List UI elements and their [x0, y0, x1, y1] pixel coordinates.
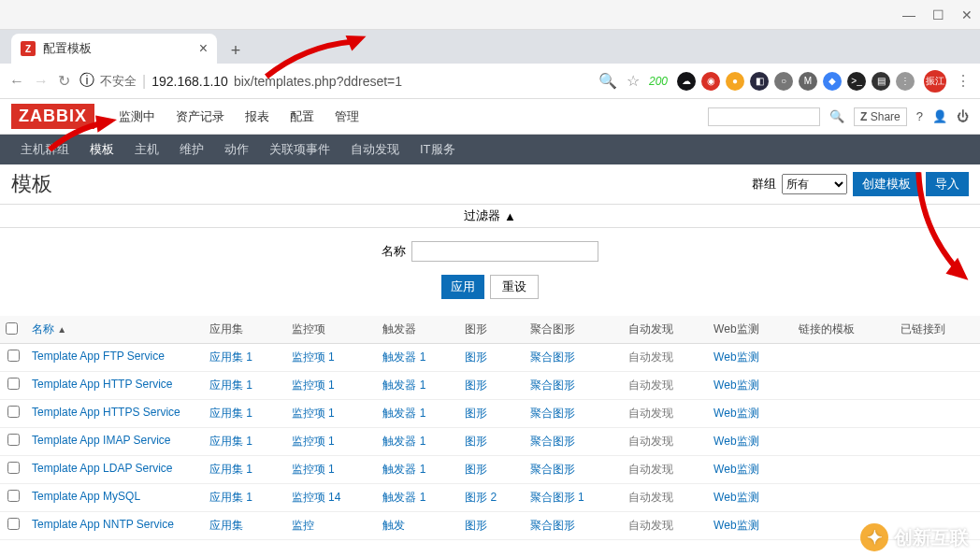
logout-icon[interactable]: ⏻: [957, 109, 969, 123]
sub-menu-item[interactable]: 主机: [125, 141, 168, 158]
header-search-input[interactable]: [708, 107, 820, 126]
top-menu-item[interactable]: 资产记录: [166, 105, 234, 129]
filter-reset-button[interactable]: 重设: [490, 275, 539, 299]
web-link[interactable]: Web监测: [713, 407, 758, 420]
window-minimize-icon[interactable]: —: [902, 7, 915, 22]
zabbix-logo[interactable]: ZABBIX: [11, 104, 94, 129]
url-address[interactable]: ⓘ 不安全 | 192.168.1.10 bix/templates.php?d…: [79, 71, 402, 91]
window-maximize-icon[interactable]: ☐: [932, 7, 944, 22]
apps-link[interactable]: 应用集 1: [209, 378, 252, 392]
sub-menu-item[interactable]: 主机群组: [11, 141, 79, 158]
triggers-link[interactable]: 触发器 1: [382, 463, 425, 476]
apps-link[interactable]: 应用集 1: [209, 463, 252, 476]
row-checkbox[interactable]: [7, 462, 20, 474]
row-checkbox[interactable]: [7, 490, 20, 502]
top-menu-item[interactable]: 监测中: [109, 105, 165, 129]
extension-icon[interactable]: ●: [726, 72, 744, 91]
bookmark-star-icon[interactable]: ☆: [627, 72, 640, 90]
template-name-link[interactable]: Template App HTTP Service: [32, 378, 173, 391]
web-link[interactable]: Web监测: [713, 519, 758, 532]
apps-link[interactable]: 应用集 1: [209, 435, 252, 448]
apps-link[interactable]: 应用集 1: [209, 350, 252, 364]
web-link[interactable]: Web监测: [713, 491, 758, 504]
new-tab-button[interactable]: +: [223, 37, 249, 64]
items-link[interactable]: 监控项 1: [292, 378, 335, 392]
agg-link[interactable]: 聚合图形: [530, 463, 575, 476]
sub-menu-item[interactable]: 自动发现: [341, 141, 409, 158]
agg-link[interactable]: 聚合图形 1: [530, 491, 584, 504]
triggers-link[interactable]: 触发器 1: [382, 350, 425, 364]
help-icon[interactable]: ?: [916, 109, 923, 123]
agg-link[interactable]: 聚合图形: [530, 350, 575, 364]
tab-close-icon[interactable]: ×: [199, 40, 208, 57]
sub-menu-item[interactable]: IT服务: [411, 141, 465, 158]
extension-icon[interactable]: ◆: [823, 72, 842, 91]
row-checkbox[interactable]: [7, 518, 20, 530]
sub-menu-item[interactable]: 维护: [170, 141, 213, 158]
template-name-link[interactable]: Template App LDAP Service: [32, 462, 173, 475]
graphs-link[interactable]: 图形: [465, 519, 487, 532]
web-link[interactable]: Web监测: [713, 378, 758, 392]
nav-back-icon[interactable]: ←: [9, 73, 24, 90]
sub-menu-item[interactable]: 模板: [80, 141, 123, 158]
browser-menu-icon[interactable]: ⋮: [956, 72, 971, 90]
filter-toggle[interactable]: 过滤器 ▲: [0, 204, 980, 228]
extension-icon[interactable]: ◉: [701, 72, 720, 91]
items-link[interactable]: 监控项 1: [292, 350, 335, 364]
agg-link[interactable]: 聚合图形: [530, 519, 575, 532]
web-link[interactable]: Web监测: [713, 435, 758, 448]
items-link[interactable]: 监控项 1: [292, 463, 335, 476]
template-name-link[interactable]: Template App IMAP Service: [32, 434, 171, 447]
sub-menu-item[interactable]: 动作: [215, 141, 258, 158]
apps-link[interactable]: 应用集 1: [209, 491, 252, 504]
create-template-button[interactable]: 创建模板: [853, 172, 920, 196]
select-all-checkbox[interactable]: [6, 322, 18, 335]
extension-icon[interactable]: >_: [847, 72, 866, 91]
template-name-link[interactable]: Template App FTP Service: [32, 350, 165, 363]
extension-icon[interactable]: ◧: [750, 72, 769, 91]
graphs-link[interactable]: 图形: [465, 463, 487, 476]
triggers-link[interactable]: 触发器 1: [382, 378, 425, 392]
apps-link[interactable]: 应用集 1: [209, 407, 252, 420]
web-link[interactable]: Web监测: [713, 463, 758, 476]
top-menu-item[interactable]: 报表: [236, 105, 279, 129]
template-name-link[interactable]: Template App MySQL: [32, 490, 140, 503]
omnibox-search-icon[interactable]: 🔍: [598, 72, 617, 90]
graphs-link[interactable]: 图形: [465, 407, 487, 420]
agg-link[interactable]: 聚合图形: [530, 378, 575, 392]
window-close-icon[interactable]: ✕: [961, 7, 973, 22]
import-button[interactable]: 导入: [926, 172, 969, 196]
web-link[interactable]: Web监测: [713, 350, 758, 364]
triggers-link[interactable]: 触发器 1: [382, 407, 425, 420]
graphs-link[interactable]: 图形: [465, 435, 487, 448]
profile-avatar[interactable]: 振江: [924, 70, 946, 93]
extension-icon[interactable]: ○: [774, 72, 793, 91]
items-link[interactable]: 监控项 1: [292, 407, 335, 420]
graphs-link[interactable]: 图形 2: [465, 491, 497, 504]
extension-icon[interactable]: ☁: [677, 72, 696, 91]
sub-menu-item[interactable]: 关联项事件: [260, 141, 339, 158]
browser-tab[interactable]: Z 配置模板 ×: [11, 34, 217, 64]
items-link[interactable]: 监控项 1: [292, 435, 335, 448]
col-name[interactable]: 名称: [32, 322, 54, 336]
search-icon[interactable]: 🔍: [829, 109, 844, 123]
items-link[interactable]: 监控项 14: [292, 491, 341, 504]
apps-link[interactable]: 应用集: [209, 519, 243, 532]
template-name-link[interactable]: Template App HTTPS Service: [32, 406, 180, 419]
triggers-link[interactable]: 触发: [382, 519, 405, 532]
row-checkbox[interactable]: [7, 350, 20, 362]
filter-apply-button[interactable]: 应用: [441, 275, 484, 299]
row-checkbox[interactable]: [7, 434, 20, 446]
extension-icon[interactable]: ⋮: [896, 72, 915, 91]
triggers-link[interactable]: 触发器 1: [382, 491, 425, 504]
items-link[interactable]: 监控: [292, 519, 314, 532]
agg-link[interactable]: 聚合图形: [530, 407, 575, 420]
template-name-link[interactable]: Template App NNTP Service: [32, 518, 174, 531]
top-menu-item[interactable]: 配置: [281, 105, 324, 129]
user-icon[interactable]: 👤: [932, 109, 947, 123]
top-menu-item[interactable]: 管理: [325, 105, 368, 129]
row-checkbox[interactable]: [7, 378, 20, 390]
filter-name-input[interactable]: [411, 241, 598, 262]
share-button[interactable]: Z Share: [854, 107, 907, 126]
agg-link[interactable]: 聚合图形: [530, 435, 575, 448]
